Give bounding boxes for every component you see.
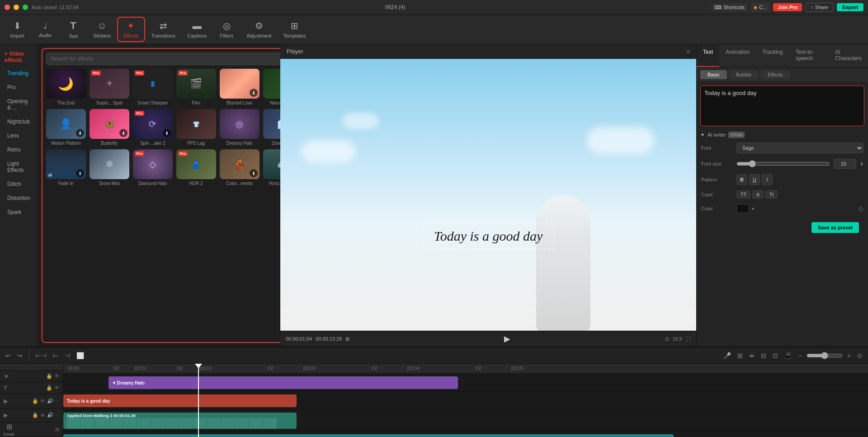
redo-button[interactable]: ↪ xyxy=(15,351,24,360)
clip-dreamy-halo[interactable]: ✦ Dreamy Halo xyxy=(108,376,458,389)
export-button[interactable]: Export xyxy=(837,3,863,11)
font-size-slider[interactable] xyxy=(736,160,830,167)
clip-video2[interactable]: Applied Dom-Walking 3 00:00:01:29 xyxy=(63,413,297,429)
visibility-video1[interactable]: 👁 xyxy=(40,412,45,418)
trim-right-button[interactable]: ⊣ xyxy=(63,351,72,360)
sidebar-item-retro[interactable]: Retro xyxy=(2,143,36,157)
tab-text[interactable]: Text xyxy=(697,44,719,67)
effect-motion-pattern[interactable]: ⬇ 👤 Motion Pattern xyxy=(46,109,86,146)
zoom-fit-button[interactable]: ⊟ xyxy=(759,351,768,360)
minimize-button[interactable] xyxy=(14,5,19,10)
color-picker-arrow[interactable]: ▾ xyxy=(752,206,754,211)
shortcuts-button[interactable]: ⌨ Shortcuts xyxy=(712,4,747,11)
effect-smart-sharpen[interactable]: Pro 👤 Smart Sharpen xyxy=(133,69,173,105)
visibility-video2[interactable]: 👁 xyxy=(40,398,45,404)
lock-effects[interactable]: 🔒 xyxy=(46,373,52,379)
effect-diamond-halo[interactable]: Pro ◇ Diamond Halo xyxy=(133,149,173,186)
playhead[interactable] xyxy=(198,364,199,437)
ai-writer-label[interactable]: AI writer xyxy=(708,132,726,138)
fullscreen-icon[interactable]: ⛶ xyxy=(686,336,691,342)
snap-button[interactable]: ⊞ xyxy=(736,351,745,360)
effect-spin-ake-2[interactable]: Pro ⬇ ⟳ Spin ...ake 2 xyxy=(133,109,173,146)
tab-tracking[interactable]: Tracking xyxy=(756,44,789,67)
close-button[interactable] xyxy=(5,5,10,10)
effect-butterfly[interactable]: ⬇ 🦋 Butterfly xyxy=(90,109,129,146)
tab-animation[interactable]: Animation xyxy=(719,44,756,67)
audio-video1[interactable]: 🔊 xyxy=(47,412,53,418)
effect-super-spot[interactable]: Pro ✦ Super... Spot xyxy=(90,69,129,105)
sidebar-item-nightclub[interactable]: Nightclub xyxy=(2,115,36,128)
maximize-button[interactable] xyxy=(23,5,28,10)
effects-search-input[interactable] xyxy=(46,52,303,65)
underline-button[interactable]: U xyxy=(749,174,760,185)
lock-video1[interactable]: 🔒 xyxy=(32,412,38,418)
fit-icon[interactable]: ⊡ xyxy=(665,336,669,342)
tool-stickers[interactable]: ☺ Stickers xyxy=(88,18,116,41)
zoom-out-button[interactable]: − xyxy=(797,351,804,360)
fit-timeline-button[interactable]: ⊙ xyxy=(855,351,864,360)
sub-tab-bubble[interactable]: Bubble xyxy=(729,70,759,79)
zoom-in-button[interactable]: + xyxy=(845,351,853,360)
video-effects-header[interactable]: + Video effects xyxy=(0,48,38,66)
visibility-effects[interactable]: 👁 xyxy=(54,373,59,379)
tab-ai-characters[interactable]: AI Characters xyxy=(829,44,868,67)
tab-text-to-speech[interactable]: Text-to-speech xyxy=(789,44,829,67)
uppercase-button[interactable]: TT xyxy=(736,190,750,199)
sidebar-item-opening[interactable]: Opening & ... xyxy=(2,95,36,114)
color-swatch[interactable] xyxy=(736,204,749,213)
titlecase-button[interactable]: Tt xyxy=(765,190,778,199)
sidebar-item-distortion[interactable]: Distortion xyxy=(2,191,36,205)
trim-left-button[interactable]: ⊢ xyxy=(51,351,60,360)
clip-text[interactable]: Today is a good day xyxy=(63,394,297,407)
download-icon[interactable]: ⬇ xyxy=(250,89,258,97)
font-size-input[interactable] xyxy=(834,159,856,169)
user-avatar[interactable]: ● C... xyxy=(751,3,770,12)
sidebar-item-lens[interactable]: Lens xyxy=(2,129,36,142)
sidebar-item-pro[interactable]: Pro xyxy=(2,81,36,94)
play-button[interactable]: ▶ xyxy=(504,334,510,344)
tool-transitions[interactable]: ⇄ Transitions xyxy=(146,18,181,41)
mic-button[interactable]: 🎤 xyxy=(722,351,733,360)
italic-button[interactable]: I xyxy=(762,174,773,185)
sidebar-item-spark[interactable]: Spark xyxy=(2,205,36,219)
visibility-text[interactable]: 👁 xyxy=(54,385,59,391)
zoom-slider[interactable] xyxy=(807,352,843,359)
sub-tab-effects[interactable]: Effects xyxy=(760,70,790,79)
more-video2[interactable]: ··· xyxy=(55,398,59,404)
clip-video1[interactable]: 4K Time lapse, beautiful sky with clouds… xyxy=(63,434,674,437)
split-button[interactable]: ⊢⊣ xyxy=(34,351,48,360)
share-button[interactable]: ↑ Share xyxy=(806,3,833,12)
tool-captions[interactable]: ▬ Captions xyxy=(182,18,212,41)
tool-audio[interactable]: ♩ Audio xyxy=(32,18,59,41)
save-preset-button[interactable]: Save as preset xyxy=(811,222,859,233)
sidebar-item-glitch[interactable]: Glitch xyxy=(2,177,36,191)
effect-hdr-2[interactable]: Pro 👗 HDR 2 xyxy=(176,149,216,186)
delete-button[interactable]: ⬜ xyxy=(75,351,86,360)
effect-dreamy-halo[interactable]: ◎ Dreamy Halo xyxy=(220,109,259,146)
bold-button[interactable]: B xyxy=(736,174,747,185)
effect-blurred-love[interactable]: ⬇ Blurred Love xyxy=(220,69,259,105)
tool-import[interactable]: ⬇ Import xyxy=(4,18,31,41)
effect-film[interactable]: Pro 🎬 Film xyxy=(176,69,216,105)
text-content-box[interactable]: Today is a good day xyxy=(700,86,864,126)
speed-button[interactable]: ⇹ xyxy=(747,351,756,360)
tool-effects[interactable]: ✦ Effects xyxy=(117,17,145,42)
font-select[interactable]: Sage xyxy=(736,142,863,153)
audio-video2[interactable]: 🔊 xyxy=(47,398,53,404)
cover-add[interactable]: ⊞ xyxy=(55,427,59,432)
sub-tab-basic[interactable]: Basic xyxy=(700,70,727,79)
lock-video2[interactable]: 🔒 xyxy=(32,398,38,404)
timeline-main[interactable]: 00:00 15f |00:01 15f |00:02 15f |00:03 1… xyxy=(63,364,868,437)
tool-filters[interactable]: ◎ Filters xyxy=(213,18,240,41)
undo-button[interactable]: ↩ xyxy=(4,351,13,360)
grid-icon[interactable]: ⊞ xyxy=(345,336,349,342)
effect-color-ments[interactable]: ⬇ 💃 Color...ments xyxy=(220,149,259,186)
effect-snow-mist[interactable]: ❄ Snow Mist xyxy=(90,149,129,186)
tool-adjustment[interactable]: ⚙ Adjustment xyxy=(241,18,277,41)
player-menu-icon[interactable]: ≡ xyxy=(687,48,690,55)
effect-fps-lag[interactable]: 👕 FPS Lag xyxy=(176,109,216,146)
effect-the-end[interactable]: 🌙 The End xyxy=(46,69,86,105)
more-video1[interactable]: ··· xyxy=(55,412,59,418)
tool-text[interactable]: T Text xyxy=(60,17,87,42)
lowercase-button[interactable]: tt xyxy=(752,190,763,199)
